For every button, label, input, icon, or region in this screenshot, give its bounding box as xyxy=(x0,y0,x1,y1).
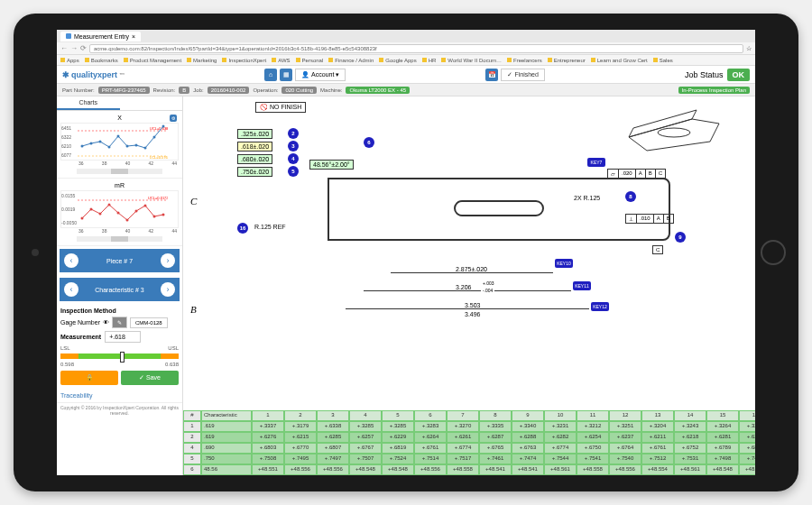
balloon-5[interactable]: 5 xyxy=(288,166,299,177)
traceability-link[interactable]: Traceability xyxy=(57,389,182,402)
job-pill[interactable]: 20160410-002 xyxy=(208,87,250,94)
bookmark-item[interactable]: World War II Docum… xyxy=(441,58,502,63)
svg-point-21 xyxy=(126,219,129,222)
balloon-2[interactable]: 2 xyxy=(288,128,299,139)
svg-text:UCL=0.6388: UCL=0.6388 xyxy=(150,126,168,131)
key-badge[interactable]: KEY7 xyxy=(587,158,605,167)
chart-range-slider[interactable] xyxy=(77,236,162,242)
bookmark-item[interactable]: AWS xyxy=(272,58,290,63)
svg-point-6 xyxy=(99,141,102,143)
dim-callout[interactable]: .750±.020 xyxy=(237,167,272,177)
dim-callout[interactable]: .325±.020 xyxy=(237,129,272,139)
chart-range-slider[interactable] xyxy=(77,169,162,174)
browser-tab[interactable]: Measurement Entry × xyxy=(60,32,141,41)
bookmark-item[interactable]: Sales xyxy=(653,58,673,63)
data-grid[interactable]: #Characteristic1234567891011121314151617… xyxy=(183,410,755,475)
svg-point-8 xyxy=(117,135,120,138)
svg-point-24 xyxy=(153,216,156,218)
balloon-6[interactable]: 6 xyxy=(364,137,374,148)
bookmark-item[interactable]: Finance / Admin xyxy=(328,58,374,63)
balloon-9[interactable]: 9 xyxy=(675,232,686,243)
spec-slider xyxy=(60,354,179,359)
home-button[interactable]: ⌂ xyxy=(264,69,277,81)
svg-point-19 xyxy=(108,204,111,207)
svg-text:UCL=0.0172: UCL=0.0172 xyxy=(148,196,168,200)
job-status: Job Status OK xyxy=(685,69,750,81)
svg-point-16 xyxy=(81,217,84,220)
prev-piece-button[interactable]: ‹ xyxy=(64,253,78,268)
slot-feature xyxy=(454,200,544,216)
svg-point-10 xyxy=(135,144,138,147)
tab-other[interactable] xyxy=(120,96,183,110)
balloon-3[interactable]: 3 xyxy=(288,141,299,152)
bookmark-item[interactable]: Personal xyxy=(296,58,324,63)
bookmark-bar: AppsBookmarksProduct ManagementMarketing… xyxy=(57,55,755,66)
bookmark-item[interactable]: Bookmarks xyxy=(85,58,118,63)
svg-point-7 xyxy=(108,146,111,149)
bookmark-item[interactable]: Marketing xyxy=(187,58,217,63)
tab-charts[interactable]: Charts xyxy=(57,96,120,110)
x-chart: UCL=0.6388 LCL=0.5761 xyxy=(78,124,168,160)
gage-edit-button[interactable]: ✎ xyxy=(112,317,127,328)
forward-icon[interactable]: → xyxy=(70,44,78,52)
bookmark-item[interactable]: Apps xyxy=(60,58,79,63)
key-badge[interactable]: KEY11 xyxy=(573,281,591,290)
brand-text: qualityxpert xyxy=(71,70,117,79)
eye-icon[interactable]: 👁 xyxy=(103,319,109,326)
gage-value[interactable]: CMM-0128 xyxy=(130,317,168,328)
lock-button[interactable]: 🔒 xyxy=(60,371,118,385)
key-badge[interactable]: KEY12 xyxy=(591,302,609,311)
tab-title: Measurement Entry xyxy=(74,33,129,40)
feature-control-frame: ⊥.010AB xyxy=(625,214,674,224)
part-number-pill[interactable]: PRT-MFG-237465 xyxy=(98,87,150,94)
svg-point-22 xyxy=(135,210,138,213)
url-bar[interactable]: acme.qxdemo.com:82/Inspection/Index/65?p… xyxy=(89,44,743,53)
bookmark-item[interactable]: InspectionXpert xyxy=(222,58,266,63)
svg-point-20 xyxy=(117,212,120,215)
balloon-8[interactable]: 8 xyxy=(625,191,636,202)
svg-point-9 xyxy=(126,145,129,148)
no-finish-callout: 🚫 NO FINISH xyxy=(255,102,306,113)
svg-point-23 xyxy=(144,205,147,207)
next-piece-button[interactable]: › xyxy=(161,253,175,268)
finished-button[interactable]: ✓ Finished xyxy=(501,69,544,81)
key-badge[interactable]: KEY10 xyxy=(555,259,573,268)
balloon-4[interactable]: 4 xyxy=(288,153,299,164)
balloon-16[interactable]: 16 xyxy=(237,223,248,234)
angle-callout[interactable]: 48.56°±2.00° xyxy=(309,160,354,170)
bookmark-item[interactable]: Google Apps xyxy=(379,58,416,63)
characteristic-label: Characteristic # 3 xyxy=(95,287,143,293)
position-icon: ⊥ xyxy=(626,215,637,223)
back-icon[interactable]: ← xyxy=(60,44,68,52)
svg-point-17 xyxy=(90,208,93,211)
drawing-viewport[interactable]: 🚫 NO FINISH .325±.020 2 .618±.020 3 .680… xyxy=(183,96,755,410)
svg-point-13 xyxy=(162,125,165,128)
reload-icon[interactable]: ⟳ xyxy=(80,44,87,52)
svg-marker-27 xyxy=(629,110,697,137)
dim-callout[interactable]: .618±.020 xyxy=(237,142,272,152)
gear-icon[interactable]: ⚙ xyxy=(170,115,177,122)
measurement-input[interactable] xyxy=(105,331,141,343)
bookmark-item[interactable]: Freelancers xyxy=(507,58,542,63)
piece-label: Piece # 7 xyxy=(106,258,133,264)
bookmark-item[interactable]: Learn and Grow Cert xyxy=(591,58,648,63)
save-button[interactable]: ✓ Save xyxy=(121,371,179,385)
svg-point-5 xyxy=(90,142,93,145)
copyright: Copyright © 2016 by InspectionXpert Corp… xyxy=(57,402,182,418)
bookmark-item[interactable]: Product Management xyxy=(124,58,181,63)
dim-callout[interactable]: .680±.020 xyxy=(237,154,272,164)
account-menu[interactable]: 👤 Account ▾ xyxy=(295,69,346,81)
grid-button[interactable]: ▦ xyxy=(280,69,292,81)
bookmark-item[interactable]: Entrepreneur xyxy=(548,58,586,63)
next-char-button[interactable]: › xyxy=(161,282,175,297)
app-logo: ✱ qualityxpert™ xyxy=(62,70,125,79)
browser-tab-strip: Measurement Entry × xyxy=(57,30,755,42)
bookmark-item[interactable]: HR xyxy=(422,58,437,63)
plan-dropdown[interactable]: In-Process Inspection Plan xyxy=(678,87,750,94)
prev-char-button[interactable]: ‹ xyxy=(64,282,78,297)
calendar-button[interactable]: 📅 xyxy=(485,69,498,81)
isometric-part xyxy=(620,101,728,155)
close-tab-icon[interactable]: × xyxy=(132,33,135,40)
star-icon[interactable]: ☆ xyxy=(746,45,752,52)
x-chart-panel: X⚙ 6451632262106077 UCL=0.6388 LCL=0.576… xyxy=(57,111,182,179)
